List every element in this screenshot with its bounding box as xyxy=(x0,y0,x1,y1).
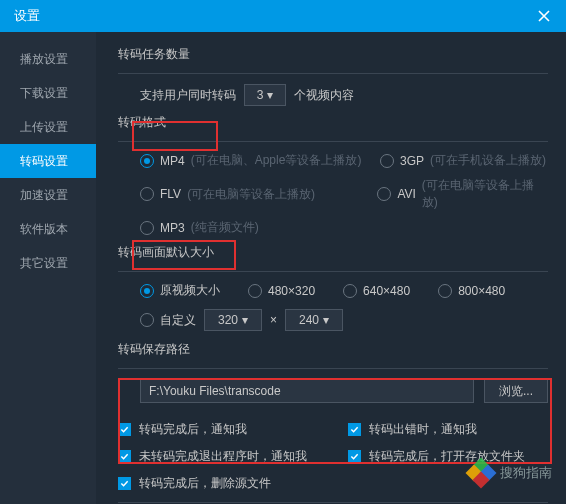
format-flv-radio[interactable]: FLV (可在电脑等设备上播放) xyxy=(140,186,315,203)
checkbox-icon xyxy=(348,423,361,436)
sidebar-item-label: 上传设置 xyxy=(20,119,68,136)
sidebar-item-version[interactable]: 软件版本 xyxy=(0,212,96,246)
format-name: MP4 xyxy=(160,154,185,168)
sidebar-item-label: 下载设置 xyxy=(20,85,68,102)
button-label: 浏览... xyxy=(499,383,533,400)
divider xyxy=(118,368,548,369)
check-label: 转码完成后，通知我 xyxy=(139,421,247,438)
checkbox-icon xyxy=(118,477,131,490)
format-name: FLV xyxy=(160,187,181,201)
check-label: 转码出错时，通知我 xyxy=(369,421,477,438)
check-notify-error[interactable]: 转码出错时，通知我 xyxy=(348,421,548,438)
section-title-format: 转码格式 xyxy=(118,114,548,131)
chevron-down-icon: ▾ xyxy=(323,313,329,327)
section-title-task: 转码任务数量 xyxy=(118,46,548,63)
section-title-size: 转码画面默认大小 xyxy=(118,244,548,261)
sidebar-item-label: 播放设置 xyxy=(20,51,68,68)
format-mp4-radio[interactable]: MP4 (可在电脑、Apple等设备上播放) xyxy=(140,152,361,169)
sidebar-item-upload[interactable]: 上传设置 xyxy=(0,110,96,144)
close-icon xyxy=(538,10,550,22)
size-label: 原视频大小 xyxy=(160,282,220,299)
check-label: 转码完成后，删除源文件 xyxy=(139,475,271,492)
size-label: 自定义 xyxy=(160,312,196,329)
format-name: AVI xyxy=(397,187,415,201)
value: 320 xyxy=(218,313,238,327)
format-hint: (可在电脑、Apple等设备上播放) xyxy=(191,152,362,169)
radio-icon xyxy=(438,284,452,298)
size-label: 640×480 xyxy=(363,284,410,298)
format-mp3-radio[interactable]: MP3 (纯音频文件) xyxy=(140,219,259,236)
format-hint: (可在电脑等设备上播放) xyxy=(187,186,315,203)
chevron-down-icon: ▾ xyxy=(242,313,248,327)
chevron-down-icon: ▾ xyxy=(267,88,273,102)
radio-icon xyxy=(140,154,154,168)
size-original-radio[interactable]: 原视频大小 xyxy=(140,282,220,299)
sidebar-item-play[interactable]: 播放设置 xyxy=(0,42,96,76)
radio-icon xyxy=(343,284,357,298)
divider xyxy=(118,502,548,503)
check-notify-done[interactable]: 转码完成后，通知我 xyxy=(118,421,348,438)
custom-width-select[interactable]: 320▾ xyxy=(204,309,262,331)
format-3gp-radio[interactable]: 3GP (可在手机设备上播放) xyxy=(380,152,546,169)
size-640x480-radio[interactable]: 640×480 xyxy=(343,284,410,298)
format-hint: (可在手机设备上播放) xyxy=(430,152,546,169)
window-title: 设置 xyxy=(14,7,40,25)
close-button[interactable] xyxy=(532,4,556,28)
checkbox-icon xyxy=(348,450,361,463)
sidebar-item-label: 软件版本 xyxy=(20,221,68,238)
sidebar-item-accel[interactable]: 加速设置 xyxy=(0,178,96,212)
browse-button[interactable]: 浏览... xyxy=(484,379,548,403)
check-delete-source[interactable]: 转码完成后，删除源文件 xyxy=(118,475,348,492)
title-bar: 设置 xyxy=(0,0,566,32)
sidebar: 播放设置 下载设置 上传设置 转码设置 加速设置 软件版本 其它设置 xyxy=(0,32,96,504)
size-480x320-radio[interactable]: 480×320 xyxy=(248,284,315,298)
size-custom-radio[interactable]: 自定义 xyxy=(140,312,196,329)
size-separator: × xyxy=(270,313,277,327)
check-open-folder[interactable]: 转码完成后，打开存放文件夹 xyxy=(348,448,548,465)
sidebar-item-download[interactable]: 下载设置 xyxy=(0,76,96,110)
format-name: MP3 xyxy=(160,221,185,235)
check-notify-exit[interactable]: 未转码完成退出程序时，通知我 xyxy=(118,448,348,465)
radio-icon xyxy=(248,284,262,298)
section-title-path: 转码保存路径 xyxy=(118,341,548,358)
custom-height-select[interactable]: 240▾ xyxy=(285,309,343,331)
task-suffix: 个视频内容 xyxy=(294,87,354,104)
format-hint: (纯音频文件) xyxy=(191,219,259,236)
radio-icon xyxy=(140,187,154,201)
radio-icon xyxy=(140,313,154,327)
format-name: 3GP xyxy=(400,154,424,168)
radio-icon xyxy=(377,187,391,201)
sidebar-item-other[interactable]: 其它设置 xyxy=(0,246,96,280)
divider xyxy=(118,73,548,74)
sidebar-item-label: 转码设置 xyxy=(20,153,68,170)
task-row: 支持用户同时转码 3 ▾ 个视频内容 xyxy=(118,84,548,106)
main-panel: 转码任务数量 支持用户同时转码 3 ▾ 个视频内容 转码格式 MP4 (可在电脑… xyxy=(96,32,566,504)
value: 240 xyxy=(299,313,319,327)
checkbox-icon xyxy=(118,423,131,436)
size-label: 480×320 xyxy=(268,284,315,298)
radio-icon xyxy=(140,221,154,235)
sidebar-item-transcode[interactable]: 转码设置 xyxy=(0,144,96,178)
path-input[interactable] xyxy=(140,379,474,403)
radio-icon xyxy=(380,154,394,168)
divider xyxy=(118,141,548,142)
check-label: 转码完成后，打开存放文件夹 xyxy=(369,448,525,465)
sidebar-item-label: 其它设置 xyxy=(20,255,68,272)
size-800x480-radio[interactable]: 800×480 xyxy=(438,284,505,298)
format-avi-radio[interactable]: AVI (可在电脑等设备上播放) xyxy=(377,177,548,211)
format-hint: (可在电脑等设备上播放) xyxy=(422,177,548,211)
task-count-select[interactable]: 3 ▾ xyxy=(244,84,286,106)
task-count-value: 3 xyxy=(257,88,264,102)
size-label: 800×480 xyxy=(458,284,505,298)
divider xyxy=(118,271,548,272)
check-label: 未转码完成退出程序时，通知我 xyxy=(139,448,307,465)
task-prefix: 支持用户同时转码 xyxy=(140,87,236,104)
radio-icon xyxy=(140,284,154,298)
sidebar-item-label: 加速设置 xyxy=(20,187,68,204)
checkbox-icon xyxy=(118,450,131,463)
